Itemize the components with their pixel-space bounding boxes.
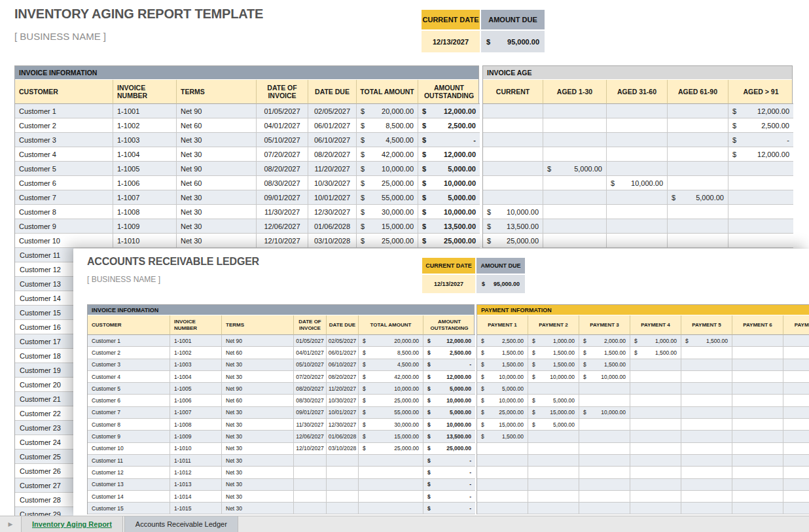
amount-due-value[interactable]: $ 95,000.00 <box>476 275 525 293</box>
total-amount-cell[interactable] <box>359 467 423 478</box>
current-date-header[interactable]: CURRENT DATE <box>422 258 475 274</box>
amount-outstanding-cell[interactable]: $13,500.00 <box>418 219 480 234</box>
customer-cell[interactable]: Customer 8 <box>88 419 170 431</box>
payment-cell[interactable]: $15,000.00 <box>528 407 579 419</box>
total-amount-cell[interactable]: $8,500.00 <box>357 118 418 133</box>
date-of-invoice-cell[interactable]: 08/30/2027 <box>294 395 327 406</box>
tab-inventory-aging-report[interactable]: Inventory Aging Report <box>21 516 123 532</box>
customer-cell[interactable]: Customer 6 <box>15 176 113 190</box>
column-header[interactable]: PAYMENT 3 <box>579 315 630 335</box>
payment-cell[interactable] <box>579 419 630 431</box>
tab-accounts-receivable-ledger[interactable]: Accounts Receivable Ledger <box>124 516 238 532</box>
date-of-invoice-cell[interactable]: 05/10/2027 <box>257 133 308 147</box>
total-amount-cell[interactable]: $15,000.00 <box>357 219 418 234</box>
customer-cell[interactable]: Customer 19 <box>15 363 74 378</box>
amount-outstanding-cell[interactable]: $- <box>423 479 475 491</box>
column-header[interactable]: AGED > 91 <box>728 80 793 104</box>
date-due-cell[interactable]: 08/20/2027 <box>308 147 357 162</box>
aged-31-60-cell[interactable] <box>607 118 668 133</box>
date-due-cell[interactable]: 11/20/2027 <box>327 383 359 395</box>
payment-cell[interactable]: $1,500.00 <box>579 347 630 359</box>
aged-31-60-cell[interactable] <box>607 104 668 118</box>
payment-cell[interactable]: $1,500.00 <box>477 431 528 442</box>
amount-outstanding-cell[interactable]: $- <box>423 491 475 503</box>
date-of-invoice-cell[interactable]: 01/05/2027 <box>294 335 327 347</box>
current-cell[interactable]: $10,000.00 <box>483 205 543 219</box>
payment-cell[interactable] <box>783 467 809 478</box>
column-header[interactable]: DATE DUE <box>327 315 359 335</box>
payment-cell[interactable] <box>783 335 809 347</box>
column-header[interactable]: INVOICE NUMBER <box>113 80 177 104</box>
customer-cell[interactable]: Customer 5 <box>88 383 170 395</box>
date-due-cell[interactable]: 12/30/2027 <box>308 205 357 219</box>
invoice-number-cell[interactable]: 1-1002 <box>113 118 177 133</box>
date-due-cell[interactable] <box>327 467 359 478</box>
invoice-number-cell[interactable]: 1-1006 <box>170 395 222 406</box>
current-date-value[interactable]: 12/13/2027 <box>422 275 475 293</box>
tab-scroll-right-icon[interactable]: ▶ <box>0 516 21 532</box>
payment-cell[interactable] <box>630 407 681 419</box>
column-header[interactable]: AGED 1-30 <box>543 80 607 104</box>
total-amount-cell[interactable]: $25,000.00 <box>357 234 418 248</box>
payment-cell[interactable] <box>681 479 732 491</box>
customer-cell[interactable]: Customer 4 <box>15 147 113 162</box>
date-due-cell[interactable]: 06/01/2027 <box>327 347 359 359</box>
invoice-number-cell[interactable]: 1-1003 <box>170 359 222 371</box>
aged-61-90-cell[interactable] <box>668 205 728 219</box>
aged-over-91-cell[interactable]: $2,500.00 <box>728 118 793 133</box>
column-header[interactable]: DATE DUE <box>308 80 357 104</box>
payment-cell[interactable] <box>528 491 579 503</box>
terms-cell[interactable]: Net 30 <box>177 219 257 234</box>
terms-cell[interactable]: Net 30 <box>177 190 257 205</box>
total-amount-cell[interactable]: $4,500.00 <box>357 133 418 147</box>
payment-cell[interactable] <box>681 395 732 406</box>
invoice-number-cell[interactable]: 1-1008 <box>170 419 222 431</box>
invoice-number-cell[interactable]: 1-1003 <box>113 133 177 147</box>
amount-outstanding-cell[interactable]: $13,500.00 <box>423 431 475 442</box>
payment-cell[interactable]: $1,500.00 <box>579 359 630 371</box>
payment-cell[interactable]: $2,500.00 <box>477 335 528 347</box>
payment-cell[interactable] <box>528 383 579 395</box>
payment-cell[interactable] <box>630 431 681 442</box>
terms-cell[interactable]: Net 90 <box>177 104 257 118</box>
payment-cell[interactable]: $15,000.00 <box>477 419 528 431</box>
payment-cell[interactable] <box>783 419 809 431</box>
payment-cell[interactable] <box>783 395 809 406</box>
payment-cell[interactable]: $25,000.00 <box>477 407 528 419</box>
column-header[interactable]: PAYMENT 5 <box>681 315 732 335</box>
payment-cell[interactable]: $1,500.00 <box>477 359 528 371</box>
payment-cell[interactable] <box>732 395 783 406</box>
payment-cell[interactable]: $1,500.00 <box>528 359 579 371</box>
total-amount-cell[interactable]: $55,000.00 <box>357 190 418 205</box>
customer-cell[interactable]: Customer 20 <box>15 378 74 392</box>
payment-cell[interactable] <box>477 467 528 478</box>
date-due-cell[interactable] <box>327 455 359 467</box>
customer-cell[interactable]: Customer 27 <box>15 478 74 493</box>
payment-cell[interactable] <box>681 443 732 455</box>
invoice-number-cell[interactable]: 1-1001 <box>113 104 177 118</box>
payment-cell[interactable] <box>579 503 630 514</box>
customer-cell[interactable]: Customer 12 <box>15 262 74 277</box>
aged-over-91-cell[interactable] <box>728 219 793 234</box>
aged-over-91-cell[interactable] <box>728 190 793 205</box>
total-amount-cell[interactable]: $15,000.00 <box>359 431 423 442</box>
payment-cell[interactable] <box>681 503 732 514</box>
current-cell[interactable] <box>483 118 543 133</box>
invoice-number-cell[interactable]: 1-1010 <box>170 443 222 455</box>
terms-cell[interactable]: Net 30 <box>222 443 294 455</box>
current-cell[interactable]: $13,500.00 <box>483 219 543 234</box>
payment-cell[interactable]: $1,000.00 <box>528 335 579 347</box>
customer-cell[interactable]: Customer 2 <box>15 118 113 133</box>
payment-cell[interactable] <box>732 443 783 455</box>
payment-cell[interactable] <box>732 419 783 431</box>
invoice-number-cell[interactable]: 1-1008 <box>113 205 177 219</box>
column-header[interactable]: TOTAL AMOUNT <box>359 315 423 335</box>
payment-cell[interactable] <box>630 443 681 455</box>
date-due-cell[interactable]: 10/01/2027 <box>327 407 359 419</box>
aged-61-90-cell[interactable] <box>668 147 728 162</box>
date-of-invoice-cell[interactable]: 08/20/2027 <box>257 162 308 176</box>
payment-cell[interactable]: $1,500.00 <box>528 347 579 359</box>
aged-61-90-cell[interactable] <box>668 104 728 118</box>
aged-1-30-cell[interactable] <box>543 147 607 162</box>
terms-cell[interactable]: Net 30 <box>222 407 294 419</box>
